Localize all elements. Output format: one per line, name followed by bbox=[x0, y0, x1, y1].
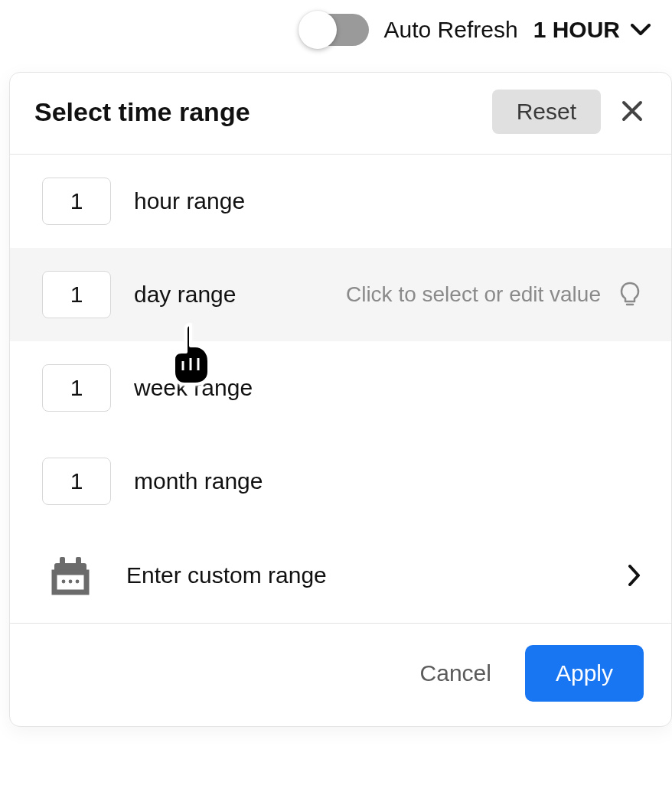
calendar-icon bbox=[51, 556, 90, 595]
custom-range-row[interactable]: Enter custom range bbox=[10, 528, 671, 623]
range-value-input[interactable]: 1 bbox=[42, 178, 111, 225]
custom-range-label: Enter custom range bbox=[126, 562, 592, 588]
range-value-input[interactable]: 1 bbox=[42, 458, 111, 505]
popup-header: Select time range Reset bbox=[10, 73, 671, 155]
toggle-knob bbox=[298, 11, 337, 49]
time-range-current: 1 HOUR bbox=[533, 17, 620, 43]
range-value-input[interactable]: 1 bbox=[42, 364, 111, 412]
auto-refresh-label: Auto Refresh bbox=[384, 17, 518, 43]
auto-refresh-toggle[interactable] bbox=[302, 14, 369, 46]
topbar: Auto Refresh 1 HOUR bbox=[0, 0, 672, 46]
close-button[interactable] bbox=[616, 95, 648, 129]
close-icon bbox=[621, 113, 644, 125]
hint-text: Click to select or edit value bbox=[346, 282, 601, 307]
apply-button[interactable]: Apply bbox=[525, 645, 644, 702]
range-row-day[interactable]: 1 day range Click to select or edit valu… bbox=[10, 248, 671, 341]
time-range-dropdown[interactable]: 1 HOUR bbox=[533, 17, 651, 43]
svg-point-7 bbox=[69, 580, 73, 584]
lightbulb-icon bbox=[619, 282, 641, 308]
svg-rect-5 bbox=[76, 557, 81, 568]
range-label: day range bbox=[134, 282, 236, 308]
popup-footer: Cancel Apply bbox=[10, 623, 671, 726]
chevron-right-icon bbox=[628, 565, 641, 586]
range-label: month range bbox=[134, 468, 263, 494]
chevron-down-icon bbox=[631, 24, 651, 36]
svg-point-6 bbox=[62, 580, 66, 584]
svg-point-8 bbox=[76, 580, 80, 584]
time-range-popup: Select time range Reset 1 hour range 1 d… bbox=[9, 72, 672, 727]
range-rows: 1 hour range 1 day range Click to select… bbox=[10, 155, 671, 623]
svg-rect-4 bbox=[60, 557, 65, 568]
popup-title: Select time range bbox=[34, 97, 477, 127]
range-value-input[interactable]: 1 bbox=[42, 271, 111, 318]
range-row-month[interactable]: 1 month range bbox=[10, 435, 671, 528]
cancel-button[interactable]: Cancel bbox=[420, 660, 491, 686]
range-row-hour[interactable]: 1 hour range bbox=[10, 155, 671, 248]
reset-button[interactable]: Reset bbox=[492, 90, 601, 134]
range-label: week range bbox=[134, 375, 253, 401]
row-hint: Click to select or edit value bbox=[346, 282, 641, 308]
range-row-week[interactable]: 1 week range bbox=[10, 341, 671, 435]
range-label: hour range bbox=[134, 188, 245, 214]
